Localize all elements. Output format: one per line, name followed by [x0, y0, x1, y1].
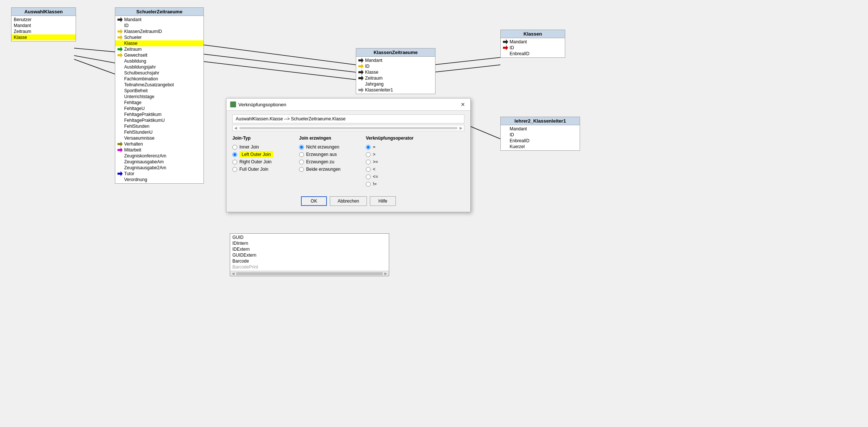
field-name: Benutzer — [14, 17, 32, 22]
list-item[interactable]: FehlStunden — [115, 123, 203, 129]
list-item[interactable]: TeilnahmeZusatzangebot — [115, 82, 203, 88]
list-item[interactable]: IDIntern — [230, 240, 389, 246]
list-item[interactable]: Ausbildung — [115, 58, 203, 64]
radio-op-lte-input[interactable] — [366, 174, 371, 179]
radio-op-lt-input[interactable] — [366, 167, 371, 172]
list-item[interactable]: ID — [115, 23, 203, 29]
radio-nicht-erzwungen[interactable]: Nicht erzwungen — [299, 144, 351, 150]
list-item[interactable]: Unterrichtstage — [115, 94, 203, 100]
no-icon — [503, 51, 508, 56]
list-item[interactable]: Jahrgang — [356, 81, 435, 87]
list-item[interactable]: Versaeumnisse — [115, 135, 203, 141]
cancel-button[interactable]: Abbrechen — [330, 196, 367, 206]
list-item[interactable]: Klassenleiter1 — [356, 87, 435, 93]
list-item[interactable]: Verhalten — [115, 141, 203, 147]
radio-op-gte[interactable]: >= — [366, 159, 418, 164]
list-item[interactable]: EnbrealID — [501, 138, 580, 144]
list-item[interactable]: Mandant — [501, 126, 580, 132]
list-item[interactable]: GUID — [230, 234, 389, 240]
list-item[interactable]: Klasse — [11, 34, 76, 40]
list-item[interactable]: BarcodePrint — [230, 264, 389, 270]
list-item[interactable]: FehItagePraktikum — [115, 111, 203, 117]
radio-op-lt[interactable]: < — [366, 167, 418, 172]
no-icon — [117, 112, 123, 117]
no-icon — [117, 159, 123, 164]
list-item[interactable]: ID — [501, 132, 580, 138]
ok-button[interactable]: OK — [301, 196, 327, 206]
list-item[interactable]: Kuerzel — [501, 144, 580, 150]
list-item[interactable]: Mandant — [501, 39, 565, 45]
help-button[interactable]: Hilfe — [370, 196, 396, 206]
list-item[interactable]: ID — [501, 45, 565, 51]
list-item[interactable]: ZeugnisausgabeAm — [115, 159, 203, 165]
list-item[interactable]: Zeugnisausgabe2Am — [115, 165, 203, 171]
radio-beide-erzwungen-input[interactable] — [299, 167, 304, 172]
list-item[interactable]: Mitarbeit — [115, 147, 203, 153]
radio-inner-join-input[interactable] — [232, 145, 237, 150]
close-button[interactable]: ✕ — [459, 101, 467, 108]
radio-inner-join[interactable]: Inner Join — [232, 144, 284, 150]
radio-full-outer-join-input[interactable] — [232, 167, 237, 172]
list-item[interactable]: Zeitraum — [356, 75, 435, 81]
radio-erzwungen-aus-input[interactable] — [299, 152, 304, 157]
table-klassenzeitraeume-body[interactable]: Mandant ID Klasse Zeitraum Jahrgang Klas… — [356, 57, 435, 94]
radio-op-gt-input[interactable] — [366, 152, 371, 157]
radio-op-gte-input[interactable] — [366, 160, 371, 164]
list-item[interactable]: ID — [356, 63, 435, 69]
list-item[interactable]: Mandant — [11, 23, 76, 29]
radio-beide-erzwungen[interactable]: Beide erzwungen — [299, 167, 351, 172]
list-item[interactable]: Ausbildungsjahr — [115, 64, 203, 70]
list-item[interactable]: Klasse — [115, 40, 203, 46]
radio-erzwungen-zu-input[interactable] — [299, 160, 304, 164]
list-item[interactable]: ZeugniskonferenzAm — [115, 153, 203, 159]
radio-nicht-erzwungen-input[interactable] — [299, 145, 304, 150]
table-klassen-body[interactable]: Mandant ID EnbrealID — [501, 38, 565, 57]
list-item[interactable]: Fachkombination — [115, 76, 203, 82]
list-item[interactable]: Fehltage — [115, 100, 203, 106]
list-item[interactable]: FehItagePraktikumU — [115, 117, 203, 123]
radio-op-eq-input[interactable] — [366, 145, 371, 150]
table-lehrer2-body[interactable]: Mandant ID EnbrealID Kuerzel — [501, 125, 580, 150]
list-item[interactable]: Zeitraum — [11, 29, 76, 34]
field-name: Mandant — [365, 58, 382, 63]
list-item[interactable]: Mandant — [356, 57, 435, 63]
radio-op-lte[interactable]: <= — [366, 174, 418, 179]
list-item[interactable]: Benutzer — [11, 17, 76, 23]
list-item[interactable]: Barcode — [230, 258, 389, 264]
list-item[interactable]: GUIDExtern — [230, 252, 389, 258]
list-item[interactable]: EnbrealID — [501, 51, 565, 57]
list-item[interactable]: Mandant — [115, 17, 203, 23]
radio-full-outer-join[interactable]: Full Outer Join — [232, 167, 284, 172]
radio-right-outer-join[interactable]: Right Outer Join — [232, 159, 284, 164]
radio-op-ne-input[interactable] — [366, 182, 371, 187]
list-item[interactable]: Schueler — [115, 34, 203, 40]
radio-op-eq[interactable]: = — [366, 144, 418, 150]
list-item[interactable]: Gewechselt — [115, 52, 203, 58]
list-item[interactable]: IDExtern — [230, 246, 389, 252]
radio-erzwungen-zu[interactable]: Erzwungen zu — [299, 159, 351, 164]
field-name: Mandant — [124, 17, 142, 22]
radio-erzwungen-aus[interactable]: Erzwungen aus — [299, 152, 351, 157]
list-item[interactable]: Schulbesuchsjahr — [115, 70, 203, 76]
no-icon — [117, 124, 123, 129]
list-item[interactable]: KlassenZeitraumID — [115, 29, 203, 34]
radio-right-outer-join-input[interactable] — [232, 160, 237, 164]
radio-op-gt[interactable]: > — [366, 152, 418, 157]
key-green-icon — [117, 47, 123, 52]
field-name: IDExtern — [232, 247, 250, 252]
list-item[interactable]: Tutor — [115, 171, 203, 177]
table-bottom-body[interactable]: GUID IDIntern IDExtern GUIDExtern Barcod… — [230, 234, 389, 271]
key-yellow-icon — [358, 64, 364, 69]
list-item[interactable]: Klasse — [356, 69, 435, 75]
list-item[interactable]: Zeitraum — [115, 46, 203, 52]
list-item[interactable]: SportBefreit — [115, 88, 203, 94]
radio-left-outer-join[interactable]: Left Outer Join — [232, 152, 284, 157]
table-schuelerzeitraeume-body[interactable]: Mandant ID KlassenZeitraumID Schueler Kl… — [115, 16, 203, 183]
key-black-icon — [358, 76, 364, 81]
radio-op-ne[interactable]: != — [366, 181, 418, 187]
list-item[interactable]: FehltageU — [115, 106, 203, 111]
dialog-verknuepfungsoptionen[interactable]: Verknüpfungsoptionen ✕ AuswahlKlassen.Kl… — [226, 98, 471, 212]
list-item[interactable]: FehlStundenU — [115, 129, 203, 135]
list-item[interactable]: Verordnung — [115, 177, 203, 183]
radio-left-outer-join-input[interactable] — [232, 152, 237, 157]
